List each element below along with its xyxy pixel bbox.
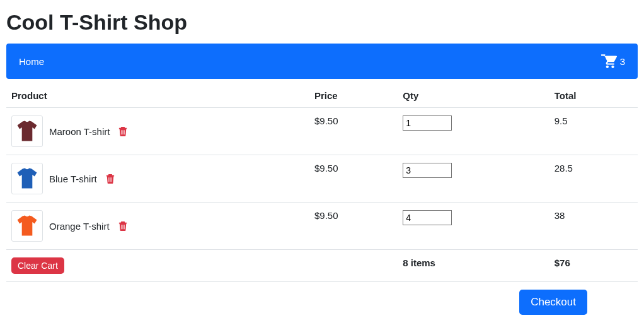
qty-input[interactable] [403,210,452,225]
table-row: Blue T-shirt$9.5028.5 [6,155,638,203]
trash-icon[interactable] [106,174,115,184]
th-product: Product [6,84,309,108]
qty-input[interactable] [403,163,452,178]
line-total: 38 [549,203,638,250]
product-price: $9.50 [309,203,398,250]
page-title: Cool T-Shirt Shop [6,10,638,35]
trash-icon[interactable] [118,126,127,136]
summary-items: 8 items [398,250,549,282]
cart-table: Product Price Qty Total Maroon T-shirt$9… [6,84,638,282]
cart-button[interactable]: 3 [601,52,625,71]
summary-total: $76 [549,250,638,282]
trash-icon[interactable] [118,221,127,231]
product-price: $9.50 [309,155,398,203]
product-name: Maroon T-shirt [49,126,110,137]
nav-home[interactable]: Home [19,56,44,67]
product-price: $9.50 [309,108,398,155]
product-name: Blue T-shirt [49,174,97,184]
product-name: Orange T-shirt [49,221,110,232]
line-total: 28.5 [549,155,638,203]
table-row: Maroon T-shirt$9.509.5 [6,108,638,155]
cart-icon [601,52,617,71]
product-thumb [11,115,43,147]
qty-input[interactable] [403,115,452,131]
table-row: Orange T-shirt$9.5038 [6,203,638,250]
product-thumb [11,210,43,242]
line-total: 9.5 [549,108,638,155]
product-thumb [11,163,43,194]
th-total: Total [549,84,638,108]
th-price: Price [309,84,398,108]
checkout-button[interactable]: Checkout [519,290,587,315]
clear-cart-button[interactable]: Clear Cart [11,257,64,274]
navbar: Home 3 [6,44,638,79]
cart-count: 3 [620,56,625,67]
th-qty: Qty [398,84,549,108]
